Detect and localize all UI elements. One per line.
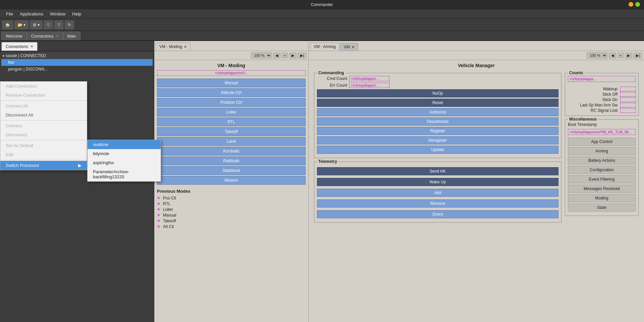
mode-btn-altitude-ctrl[interactable]: Altitude Ctrl <box>157 88 306 97</box>
layout-button[interactable]: ⊞ ▾ <box>30 20 42 29</box>
mode-btn-position-ctrl[interactable]: Position Ctrl <box>157 98 306 107</box>
vm-moding-zoom-toggle[interactable]: ▪ <box>282 53 288 58</box>
counts-rcsignal-label: RC Signal Lost <box>568 108 618 113</box>
prev-mode-row-3: ✳ Manual <box>157 213 306 218</box>
mode-btn-loiter[interactable]: Loiter <box>157 108 306 117</box>
submenu-item-parameterarchive[interactable]: ParameterArchive-backfilling13220 <box>88 167 161 181</box>
connection-item-fsw[interactable]: fsw <box>1 59 153 66</box>
open-button[interactable]: 📂 ▾ <box>14 20 29 29</box>
misc-btn-event-filtering[interactable]: Event Filtering <box>568 175 636 183</box>
mode-btn-mission[interactable]: Mission <box>157 176 306 185</box>
vm-arming-zoom-select[interactable]: 100 % <box>587 52 607 58</box>
close-vm-moding-tab[interactable]: ✕ <box>184 45 187 49</box>
err-count-value: </cfs/cpd/apps/... <box>349 83 389 88</box>
filter2-button[interactable]: ▽ <box>54 20 63 29</box>
boot-timestamp-row: Boot Timestamp <box>568 122 636 127</box>
counts-stickoff-value <box>620 92 636 97</box>
telemetry-btn-sendhk[interactable]: Send HK <box>317 167 558 175</box>
menu-disconnect-all[interactable]: Disconnect All <box>0 110 87 120</box>
misc-btn-app-control[interactable]: App Control <box>568 138 636 146</box>
menu-window[interactable]: Window <box>47 10 69 18</box>
counts-title: Counts <box>568 71 584 75</box>
mode-btn-manual[interactable]: Manual <box>157 79 306 87</box>
cmd-btn-update[interactable]: Update <box>317 146 558 154</box>
submenu-item-realtime[interactable]: realtime <box>88 140 161 149</box>
connection-item-penguin[interactable]: penguin | DISCONN... <box>1 66 153 73</box>
mode-btn-acrobatic[interactable]: Acrobatic <box>157 147 306 155</box>
prev-mode-row-4: ✳ Takeoff <box>157 219 306 223</box>
right-panels: VM - Moding ✕ 100 % ◀ ▪ ▶ ▶| VM - Moding… <box>154 41 644 322</box>
menu-connect: Connect <box>0 121 87 130</box>
tab-main[interactable]: Main <box>63 32 80 40</box>
tab-vm-arming[interactable]: VM - Arming <box>310 43 339 51</box>
submenu-item-aspiringfox[interactable]: aspiringfox <box>88 158 161 167</box>
cmd-btn-register[interactable]: Register <box>317 127 558 135</box>
prev-modes-title: Previous Modes <box>157 189 306 194</box>
close-connections-tab[interactable]: ✕ <box>56 34 59 38</box>
telemetry-btn-query[interactable]: Query <box>317 210 558 218</box>
mode-btn-stabilized[interactable]: Stabilized <box>157 166 306 175</box>
tab-vm-moding[interactable]: VM - Moding ✕ <box>156 43 191 51</box>
mode-btn-land[interactable]: Land <box>157 137 306 146</box>
vm-arming-zoom-fit[interactable]: ▶| <box>634 53 642 58</box>
tab-welcome[interactable]: Welcome <box>1 32 27 40</box>
vm-arming-zoom-out[interactable]: ◀ <box>609 53 616 58</box>
close-sidebar-connections[interactable]: ✕ <box>30 44 33 49</box>
home-button[interactable]: 🏠 <box>2 20 13 29</box>
arming-main: Commanding Cmd Count </cfs/cpd/apps/... … <box>311 70 641 229</box>
telemetry-btn-wakeup[interactable]: Wake Up <box>317 178 558 186</box>
mode-btn-rtl[interactable]: RTL <box>157 118 306 126</box>
vm-arming-panel-content: Vehicle Manager Commanding Cmd Count </c… <box>309 60 644 322</box>
minimize-button[interactable] <box>629 2 633 7</box>
vm-moding-title: VM - Moding <box>157 63 306 68</box>
telemetry-btn-add[interactable]: Add <box>317 189 558 197</box>
telemetry-btn-remove[interactable]: Remove <box>317 199 558 208</box>
prev-mode-row-5: ✳ Alt Ctl <box>157 224 306 229</box>
telemetry-title: Telemetry <box>317 159 338 164</box>
counts-wakeup-label: Wakeup <box>568 87 618 91</box>
menu-applications[interactable]: Applications <box>16 10 47 18</box>
cmd-btn-reset[interactable]: Reset <box>317 99 558 107</box>
cmd-count-value: </cfs/cpd/apps/... <box>349 76 389 81</box>
vm-moding-zoom-out[interactable]: ◀ <box>273 53 280 58</box>
misc-btn-arming[interactable]: Arming <box>568 147 636 155</box>
tab-connections[interactable]: Connections ✕ <box>27 32 63 40</box>
misc-btn-messages-received[interactable]: Messages Received <box>568 185 636 193</box>
vm-arming-tabs-row: VM - Arming VM ✕ <box>309 41 644 51</box>
misc-btn-configuration[interactable]: Configuration <box>568 166 636 174</box>
vm-arming-zoom-in[interactable]: ▶ <box>625 53 632 58</box>
cmd-btn-noop[interactable]: NoOp <box>317 89 558 97</box>
menu-help[interactable]: Help <box>69 10 85 18</box>
maximize-button[interactable] <box>635 2 640 7</box>
misc-btn-battery-actions[interactable]: Battery Actions <box>568 156 636 165</box>
mode-btn-takeoff[interactable]: Takeoff <box>157 127 306 136</box>
commanding-title: Commanding <box>317 71 345 75</box>
tab-vm[interactable]: VM ✕ <box>340 43 358 51</box>
misc-btn-state[interactable]: State <box>568 203 636 212</box>
menu-switch-processor[interactable]: Switch Processor ▶ <box>0 161 87 170</box>
vm-moding-zoom-in[interactable]: ▶ <box>289 53 297 58</box>
counts-rcsignal-value <box>620 108 636 113</box>
menu-disconnect: Disconnect <box>0 130 87 139</box>
menu-file[interactable]: File <box>3 10 16 18</box>
tabs-bar: Welcome Connections ✕ Main <box>0 31 644 41</box>
close-vm-tab[interactable]: ✕ <box>352 45 355 49</box>
prev-mode-icon-1: ✳ <box>157 201 160 206</box>
vm-arming-zoom-toggle[interactable]: ▪ <box>618 53 624 58</box>
cmd-btn-deregister[interactable]: Deregister <box>317 136 558 144</box>
menu-add-connection[interactable]: Add Connection <box>0 82 87 91</box>
vm-moding-zoom-select[interactable]: 100 % <box>251 52 272 58</box>
dropdown-sep-3 <box>0 140 87 140</box>
mode-btn-rattitude[interactable]: Rattitude <box>157 156 306 165</box>
vm-moding-zoom-fit[interactable]: ▶| <box>298 53 306 58</box>
cmd-btn-authorize[interactable]: Authorize <box>317 108 558 116</box>
refresh-button[interactable]: ↻ <box>65 20 74 29</box>
filter-button[interactable]: ▽ <box>44 20 53 29</box>
submenu-item-tidymole[interactable]: tidymole <box>88 149 161 158</box>
misc-btn-moding[interactable]: Moding <box>568 194 636 202</box>
cmd-btn-deauthorize[interactable]: Deauthorize <box>317 118 558 126</box>
tab-sidebar-connections[interactable]: Connections ✕ <box>1 42 38 51</box>
connection-group-header[interactable]: ▾ sassie | CONNECTED <box>1 52 153 59</box>
vm-arming-panel-header: 100 % ◀ ▪ ▶ ▶| <box>309 51 644 60</box>
menubar: File Applications Window Help <box>0 9 644 19</box>
